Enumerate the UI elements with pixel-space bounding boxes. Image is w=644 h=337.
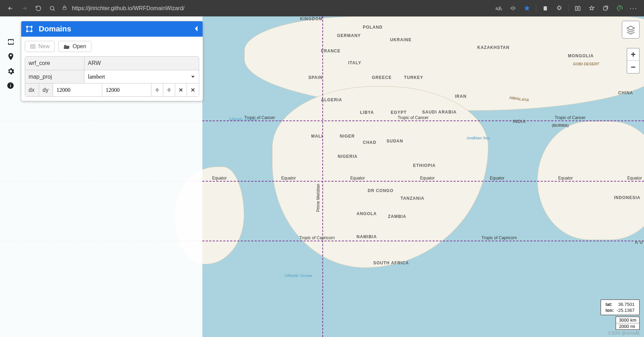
country-label: CHAD bbox=[363, 140, 376, 145]
svg-point-19 bbox=[169, 88, 170, 89]
domains-panel: Domains New Open wrf_core ARW bbox=[21, 21, 203, 101]
panel-header: Domains bbox=[21, 21, 203, 37]
svg-point-10 bbox=[27, 26, 28, 28]
svg-rect-3 bbox=[575, 6, 577, 10]
address-bar[interactable]: https://jiririchter.github.io/WRFDomainW… bbox=[59, 2, 492, 14]
country-label: UKRAINE bbox=[390, 37, 412, 42]
svg-rect-2 bbox=[544, 6, 547, 10]
prime-meridian-label: Prime Meridian bbox=[316, 184, 321, 212]
country-label: EGYPT bbox=[391, 110, 407, 115]
gear-icon[interactable] bbox=[7, 67, 16, 76]
open-button[interactable]: Open bbox=[58, 41, 91, 52]
divide-dx-button[interactable] bbox=[151, 83, 163, 96]
performance-icon[interactable] bbox=[613, 1, 627, 15]
coordinate-readout: lat: 36.7501 lon: -25.1367 bbox=[600, 299, 640, 315]
forward-button[interactable] bbox=[17, 1, 31, 15]
map-proj-select[interactable]: lambert bbox=[88, 74, 195, 80]
location-pin-icon[interactable] bbox=[7, 52, 16, 61]
params-grid: wrf_core ARW map_proj lambert dx dy bbox=[25, 56, 199, 97]
tropic-cancer-label: Tropic of Cancer bbox=[555, 115, 585, 120]
country-label: POLAND bbox=[363, 25, 383, 30]
sea-label: Atlantic Ocean bbox=[283, 273, 314, 278]
folder-open-icon bbox=[63, 44, 70, 49]
back-button[interactable] bbox=[3, 1, 17, 15]
country-label: GERMANY bbox=[337, 33, 361, 38]
svg-point-21 bbox=[169, 91, 170, 92]
country-label: LIBYA bbox=[360, 110, 374, 115]
country-label: GREECE bbox=[372, 75, 392, 80]
dx-input[interactable] bbox=[57, 87, 98, 93]
tropic-capricorn-label: Tropic of Capricorn bbox=[481, 235, 517, 240]
dx-label: dx bbox=[25, 83, 39, 96]
tropic-cancer-label: Tropic of Cancer bbox=[398, 115, 428, 120]
country-label: SOUTH AFRICA bbox=[373, 261, 394, 265]
new-button[interactable]: New bbox=[25, 41, 55, 52]
chevron-left-icon bbox=[194, 26, 199, 31]
country-label: MALI bbox=[311, 134, 323, 139]
divide-icon bbox=[155, 87, 159, 93]
read-aloud-icon[interactable] bbox=[506, 1, 520, 15]
svg-rect-7 bbox=[10, 85, 11, 87]
country-label: MONGOLIA bbox=[568, 53, 594, 58]
scale-bar: 3000 km 2000 mi bbox=[615, 316, 640, 330]
favorites-icon[interactable] bbox=[585, 1, 599, 15]
map-proj-label: map_proj bbox=[25, 70, 84, 83]
multiply-icon bbox=[179, 87, 183, 93]
country-label: NIGERIA bbox=[338, 154, 358, 159]
lon-value: -25.1367 bbox=[616, 308, 636, 313]
search-icon[interactable] bbox=[45, 1, 59, 15]
country-label: TURKEY bbox=[404, 75, 423, 80]
info-icon[interactable] bbox=[7, 82, 16, 91]
country-label: INDIA bbox=[513, 119, 526, 124]
more-menu-icon[interactable]: ··· bbox=[627, 1, 641, 15]
bounding-box-icon bbox=[25, 25, 33, 33]
reader-icon[interactable] bbox=[538, 1, 552, 15]
svg-point-12 bbox=[27, 31, 28, 32]
divide-icon bbox=[167, 87, 171, 93]
region-label: GOBI DESERT bbox=[573, 62, 599, 66]
multiply-dy-button[interactable] bbox=[187, 83, 199, 96]
zoom-out-button[interactable]: − bbox=[627, 61, 639, 73]
svg-point-11 bbox=[31, 26, 32, 28]
equator-label: Equator bbox=[281, 176, 296, 181]
country-label: FRANCE bbox=[321, 49, 340, 53]
open-button-label: Open bbox=[73, 43, 86, 50]
country-label: ANGOLA bbox=[357, 211, 377, 216]
lat-value: 36.7501 bbox=[616, 302, 636, 307]
divide-dy-button[interactable] bbox=[163, 83, 175, 96]
lon-label: lon: bbox=[605, 308, 615, 313]
country-label: SUDAN bbox=[387, 139, 403, 144]
collections-icon[interactable] bbox=[599, 1, 613, 15]
translate-icon[interactable]: aあ bbox=[492, 1, 506, 15]
multiply-dx-button[interactable] bbox=[175, 83, 187, 96]
zoom-in-button[interactable]: + bbox=[627, 49, 639, 61]
equator-label: Equator bbox=[420, 176, 435, 181]
extensions-icon[interactable] bbox=[552, 1, 566, 15]
svg-rect-5 bbox=[604, 7, 607, 10]
equator-label: Equator bbox=[212, 176, 227, 181]
country-label: ITALY bbox=[348, 60, 361, 65]
equator-label: Equator bbox=[627, 176, 642, 181]
country-label: DR CONGO bbox=[368, 188, 394, 193]
collapse-panel-button[interactable] bbox=[194, 24, 199, 34]
new-icon bbox=[30, 44, 36, 49]
svg-point-0 bbox=[50, 6, 54, 10]
layers-icon bbox=[626, 25, 636, 35]
country-label: INDONESIA bbox=[614, 195, 641, 200]
lock-icon bbox=[62, 5, 67, 11]
country-label: A U bbox=[635, 240, 643, 245]
wps-grid-icon[interactable] bbox=[7, 38, 16, 47]
equator-label: Equator bbox=[558, 176, 573, 181]
country-label: IRAN bbox=[455, 94, 466, 99]
country-label: NIGER bbox=[340, 134, 355, 139]
country-label: SPAIN bbox=[308, 75, 323, 80]
svg-rect-17 bbox=[156, 90, 159, 90]
layers-button[interactable] bbox=[622, 21, 640, 39]
svg-point-18 bbox=[157, 91, 158, 92]
svg-point-13 bbox=[31, 31, 32, 32]
split-screen-icon[interactable] bbox=[571, 1, 585, 15]
favorite-star-icon[interactable] bbox=[520, 1, 534, 15]
country-label: NAMIBIA bbox=[357, 234, 377, 239]
reload-button[interactable] bbox=[31, 1, 45, 15]
dy-input[interactable] bbox=[106, 87, 148, 93]
